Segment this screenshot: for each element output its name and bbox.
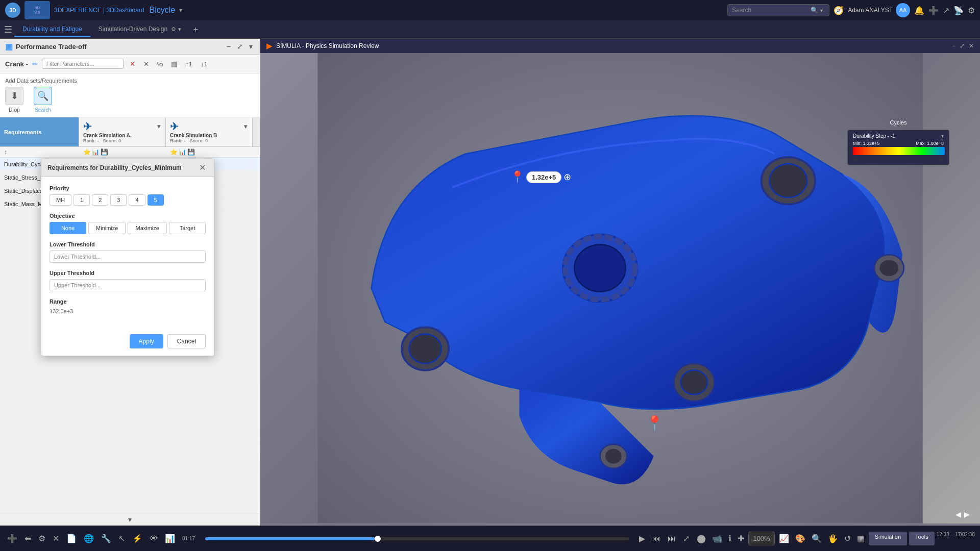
filter-icon2[interactable]: ✕ <box>141 59 151 69</box>
playback-chart-icon[interactable]: 📊 <box>163 532 177 545</box>
timeline-thumb[interactable] <box>375 536 381 542</box>
drop-item[interactable]: ⬇ Drop <box>5 87 23 113</box>
obj-target[interactable]: Target <box>169 222 206 234</box>
sim-a-menu[interactable]: ▾ <box>156 122 161 131</box>
fit-screen-button[interactable]: ⤢ <box>681 532 692 545</box>
tab-settings-icon[interactable]: ⚙ <box>171 26 176 32</box>
simulation-tab[interactable]: Simulation <box>869 532 907 545</box>
settings-icon[interactable]: ⚙ <box>968 6 975 15</box>
sim-a-icon1[interactable]: ⭐ <box>83 148 91 156</box>
apply-button[interactable]: Apply <box>130 334 163 348</box>
playback-action-icon[interactable]: ⚡ <box>130 532 144 545</box>
maximize-button[interactable]: ⤢ <box>235 41 245 52</box>
hamburger-icon[interactable]: ☰ <box>4 24 12 35</box>
layers-icon[interactable]: ▦ <box>855 532 867 545</box>
tab-dropdown-icon[interactable]: ▾ <box>178 26 181 32</box>
search-dropdown[interactable]: ▾ <box>820 8 823 13</box>
percent-icon[interactable]: % <box>155 59 165 69</box>
tools-tab[interactable]: Tools <box>909 532 935 545</box>
compass-icon[interactable]: 🧭 <box>834 6 844 15</box>
cancel-button[interactable]: Cancel <box>167 334 206 348</box>
priority-4[interactable]: 4 <box>129 194 145 206</box>
modal-close-button[interactable]: ✕ <box>197 163 208 172</box>
playback-cursor-icon[interactable]: ↖ <box>116 532 127 545</box>
playback-globe-icon[interactable]: 🌐 <box>82 532 96 545</box>
svg-point-4 <box>574 244 625 291</box>
axis-icon[interactable]: ✚ <box>736 532 746 545</box>
obj-minimize[interactable]: Minimize <box>88 222 126 234</box>
info-icon[interactable]: ℹ <box>726 532 733 545</box>
upper-threshold-input[interactable] <box>50 279 206 291</box>
rotate-icon[interactable]: ↺ <box>842 532 853 545</box>
expand-left-icon[interactable]: ◀ <box>955 510 961 518</box>
zoom-icon[interactable]: 🔍 <box>810 532 824 545</box>
obj-none[interactable]: None <box>50 222 86 234</box>
add-tab-button[interactable]: + <box>189 23 202 36</box>
zoom-value[interactable]: 100% <box>748 532 774 545</box>
time-coords: -17/02:38 <box>953 532 975 545</box>
expand-panel-arrow[interactable]: ▼ <box>0 514 260 525</box>
sim-b-arrow-icon: ✈ <box>170 120 179 133</box>
edit-crank-icon[interactable]: ✏ <box>32 60 38 68</box>
panel-menu-button[interactable]: ▾ <box>247 41 255 52</box>
app-logo[interactable]: 3D <box>5 3 20 18</box>
playback-back-icon[interactable]: ⬅ <box>22 532 33 545</box>
chart-icon2[interactable]: 📈 <box>777 532 791 545</box>
clear-filter-icon[interactable]: ✕ <box>128 59 137 69</box>
color-bar-right-arrow[interactable]: ▶ <box>940 156 944 162</box>
priority-5[interactable]: 5 <box>148 194 164 206</box>
sim-b-menu[interactable]: ▾ <box>243 122 248 131</box>
tab-simulation-driven[interactable]: Simulation-Driven Design ⚙ ▾ <box>90 22 189 37</box>
grid-icon[interactable]: ▦ <box>169 59 179 69</box>
sort-desc-icon[interactable]: ↓1 <box>199 59 210 69</box>
tab-durability[interactable]: Durability and Fatigue <box>14 22 90 37</box>
playback-close-icon[interactable]: ✕ <box>51 532 61 545</box>
panel-min-button[interactable]: − <box>952 42 955 49</box>
timeline[interactable] <box>205 537 629 540</box>
panel-max-button[interactable]: ⤢ <box>960 42 965 49</box>
pan-icon[interactable]: 🖐 <box>826 532 840 545</box>
prev-frame-button[interactable]: ⏮ <box>650 532 663 545</box>
filter-input[interactable] <box>42 59 124 69</box>
requirements-dialog[interactable]: Requirements for Durability_Cycles_Minim… <box>41 158 214 356</box>
avatar[interactable]: AA <box>896 3 910 17</box>
obj-maximize[interactable]: Maximize <box>128 222 166 234</box>
add-icon[interactable]: ➕ <box>928 6 939 15</box>
app-mode-icon[interactable]: 3DV.8 <box>24 1 50 19</box>
playback-eye-icon[interactable]: 👁 <box>148 532 160 545</box>
req-icon1[interactable]: ↕ <box>4 148 7 156</box>
search-item[interactable]: 🔍 Search <box>34 87 52 113</box>
notification-icon[interactable]: 🔔 <box>914 6 924 15</box>
expand-right-icon[interactable]: ▶ <box>964 510 970 518</box>
color-bar-left-arrow[interactable]: ◀ <box>853 156 857 162</box>
priority-1[interactable]: 1 <box>74 194 90 206</box>
playback-settings-icon[interactable]: ⚙ <box>36 532 47 545</box>
playback-doc-icon[interactable]: 📄 <box>64 532 79 545</box>
panel-close-button[interactable]: ✕ <box>969 42 974 49</box>
broadcast-icon[interactable]: 📡 <box>953 6 964 15</box>
playback-tools-icon[interactable]: 🔧 <box>99 532 113 545</box>
camera-icon[interactable]: ⬤ <box>695 532 708 545</box>
global-search[interactable]: 🔍 ▾ <box>727 4 829 16</box>
color-icon[interactable]: 🎨 <box>793 532 807 545</box>
sim-a-icon3[interactable]: 💾 <box>101 148 108 156</box>
lower-threshold-input[interactable] <box>50 251 206 263</box>
priority-mh[interactable]: MH <box>50 194 71 206</box>
3d-viewport[interactable]: 📍 1.32e+5 ⊕ 📍 Cycles Durability Step - -… <box>260 53 980 523</box>
step-dropdown[interactable]: ▾ <box>941 133 944 139</box>
minimize-button[interactable]: − <box>225 41 233 52</box>
sort-asc-icon[interactable]: ↑1 <box>183 59 194 69</box>
next-frame-button[interactable]: ⏭ <box>666 532 678 545</box>
play-button[interactable]: ▶ <box>637 532 647 545</box>
sim-b-icon3[interactable]: 💾 <box>187 148 195 156</box>
sim-b-icon2[interactable]: 📊 <box>179 148 186 156</box>
priority-2[interactable]: 2 <box>92 194 108 206</box>
sim-b-icon1[interactable]: ⭐ <box>170 148 178 156</box>
priority-3[interactable]: 3 <box>110 194 127 206</box>
sim-a-icon2[interactable]: 📊 <box>92 148 100 156</box>
right-tools: ⬤ 📹 ℹ ✚ 100% 📈 🎨 🔍 🖐 ↺ ▦ Simulation Tool… <box>695 532 975 545</box>
share-icon[interactable]: ↗ <box>943 6 949 15</box>
record-icon[interactable]: 📹 <box>710 532 724 545</box>
search-input[interactable] <box>732 7 808 14</box>
playback-add-icon[interactable]: ➕ <box>5 532 19 545</box>
